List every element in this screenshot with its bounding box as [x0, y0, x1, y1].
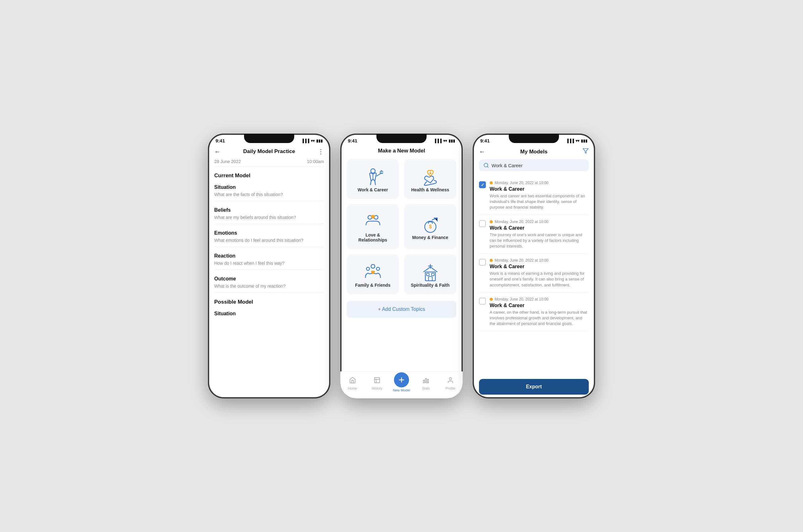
svg-point-14	[377, 267, 380, 270]
nav-new-model[interactable]: New Model	[389, 375, 414, 392]
model-title-3: Work & Career	[490, 264, 589, 269]
svg-rect-19	[432, 273, 434, 276]
topic-love-relationships[interactable]: Love & Relationships	[347, 204, 399, 249]
phone2-notch	[377, 134, 426, 143]
model-card-1: Monday, June 20, 2022 at 10:00 Work & Ca…	[479, 176, 589, 215]
model-checkbox-2[interactable]	[479, 220, 486, 227]
divider	[214, 201, 324, 201]
svg-rect-27	[427, 379, 429, 383]
home-icon	[349, 377, 356, 385]
topic-health-wellness[interactable]: Health & Wellness	[404, 159, 456, 199]
battery-icon: ▮▮▮	[316, 139, 323, 143]
back-button[interactable]: ←	[479, 148, 485, 155]
topic-money-finance-label: Money & Finance	[412, 235, 448, 240]
phone2-header: Make a New Model	[340, 145, 463, 159]
phone3-content: Monday, June 20, 2022 at 10:00 Work & Ca…	[473, 176, 595, 375]
topic-spirituality-faith[interactable]: Spirituality & Faith	[404, 254, 456, 294]
svg-rect-25	[423, 380, 425, 383]
topic-family-friends-label: Family & Friends	[355, 283, 390, 288]
money-finance-icon: $	[420, 215, 440, 235]
search-icon	[483, 163, 489, 168]
new-model-button[interactable]	[394, 372, 409, 387]
date-time-row: 28 June 2022 10:00am	[214, 159, 324, 167]
export-button[interactable]: Export	[479, 379, 589, 395]
model-card-body-4: Monday, June 20, 2022 at 10:00 Work & Ca…	[490, 297, 589, 327]
outcome-title: Outcome	[214, 276, 324, 282]
reaction-title: Reaction	[214, 253, 324, 259]
phone1-header: ← Daily Model Practice ⋮	[208, 145, 330, 159]
battery-icon: ▮▮▮	[581, 139, 588, 143]
topics-grid: Work & Career Health &	[347, 159, 456, 294]
nav-history[interactable]: History	[365, 377, 389, 390]
situation-title: Situation	[214, 185, 324, 190]
model-title-1: Work & Career	[490, 186, 589, 192]
phone3-notch	[509, 134, 559, 143]
beliefs-item: Beliefs What are my beliefs around this …	[214, 207, 324, 224]
model-checkbox-4[interactable]	[479, 298, 486, 305]
svg-point-13	[366, 267, 369, 270]
signal-icon: ▐▐▐	[301, 139, 309, 143]
beliefs-title: Beliefs	[214, 207, 324, 213]
nav-stats[interactable]: Stats	[414, 377, 438, 390]
possible-situation-title: Situation	[214, 311, 324, 317]
page-title: Make a New Model	[378, 148, 425, 154]
signal-icon: ▐▐▐	[566, 139, 574, 143]
nav-home-label: Home	[348, 386, 357, 390]
back-button[interactable]: ←	[214, 148, 221, 155]
nav-new-model-label: New Model	[393, 388, 410, 392]
history-icon	[374, 377, 381, 385]
topic-work-career[interactable]: Work & Career	[347, 159, 399, 199]
model-desc-3: Work is a means of earning a living and …	[490, 271, 589, 288]
outcome-item: Outcome What is the outcome of my reacti…	[214, 276, 324, 293]
wifi-icon: ▾▾	[311, 139, 314, 143]
divider	[214, 269, 324, 270]
possible-situation-item: Situation	[214, 311, 324, 317]
signal-icon: ▐▐▐	[434, 139, 442, 143]
svg-line-31	[487, 166, 488, 167]
model-meta-3: Monday, June 20, 2022 at 10:00	[490, 258, 589, 263]
search-bar	[479, 159, 589, 171]
more-options-button[interactable]: ⋮	[318, 148, 324, 155]
model-desc-4: A career, on the other hand, is a long-t…	[490, 310, 589, 327]
reaction-item: Reaction How do I react when I feel this…	[214, 253, 324, 270]
model-meta-4: Monday, June 20, 2022 at 10:00	[490, 297, 589, 301]
wifi-icon: ▾▾	[443, 139, 447, 143]
phone1-time: 9:41	[215, 138, 225, 144]
model-checkbox-1[interactable]	[479, 181, 486, 188]
phone2: 9:41 ▐▐▐ ▾▾ ▮▮▮ Make a New Model	[340, 134, 463, 398]
page-title: Daily Model Practice	[243, 148, 295, 155]
svg-point-12	[371, 264, 375, 268]
phone3: 9:41 ▐▐▐ ▾▾ ▮▮▮ ← My Models	[473, 134, 595, 398]
topic-money-finance[interactable]: $ Money & Finance	[404, 204, 456, 249]
topic-spirituality-faith-label: Spirituality & Faith	[411, 283, 450, 288]
svg-rect-18	[426, 273, 429, 276]
family-friends-icon	[363, 263, 383, 283]
model-title-4: Work & Career	[490, 303, 589, 308]
status-dot-4	[490, 298, 493, 301]
svg-point-0	[371, 169, 375, 173]
model-date-4: Monday, June 20, 2022 at 10:00	[495, 297, 548, 301]
add-custom-topics-button[interactable]: + Add Custom Topics	[347, 301, 456, 318]
outcome-desc: What is the outcome of my reaction?	[214, 284, 324, 289]
model-checkbox-3[interactable]	[479, 259, 486, 266]
model-meta-1: Monday, June 20, 2022 at 10:00	[490, 181, 589, 185]
search-input[interactable]	[492, 163, 585, 168]
phone2-content: Work & Career Health &	[340, 159, 463, 372]
nav-home[interactable]: Home	[340, 377, 365, 390]
model-date-1: Monday, June 20, 2022 at 10:00	[495, 181, 548, 185]
filter-button[interactable]	[582, 148, 589, 156]
model-desc-2: The journey of one's work and career is …	[490, 232, 589, 249]
divider	[214, 292, 324, 293]
emotions-desc: What emotions do I feel around this situ…	[214, 238, 324, 243]
nav-profile[interactable]: Profile	[438, 377, 463, 390]
topic-family-friends[interactable]: Family & Friends	[347, 254, 399, 294]
svg-text:$: $	[429, 224, 432, 229]
model-card-3: Monday, June 20, 2022 at 10:00 Work & Ca…	[479, 254, 589, 293]
phone3-header: ← My Models	[473, 145, 595, 159]
work-career-icon	[363, 167, 383, 187]
phone1-content: 28 June 2022 10:00am Current Model Situa…	[208, 159, 330, 398]
bottom-nav: Home History New Model	[340, 372, 463, 398]
model-card-body-1: Monday, June 20, 2022 at 10:00 Work & Ca…	[490, 181, 589, 210]
phone1-status-icons: ▐▐▐ ▾▾ ▮▮▮	[301, 139, 323, 143]
time-label: 10:00am	[307, 159, 324, 164]
